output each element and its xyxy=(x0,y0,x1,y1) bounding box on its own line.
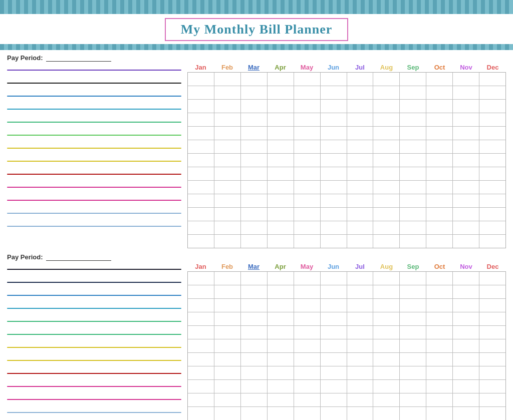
grid-cell[interactable] xyxy=(188,407,214,420)
grid-cell[interactable] xyxy=(479,167,505,180)
grid-cell[interactable] xyxy=(400,393,426,406)
grid-cell[interactable] xyxy=(188,366,214,379)
grid-cell[interactable] xyxy=(241,235,268,248)
grid-cell[interactable] xyxy=(400,326,426,339)
grid-cell[interactable] xyxy=(373,366,400,379)
grid-cell[interactable] xyxy=(214,140,241,153)
grid-cell[interactable] xyxy=(321,326,347,339)
grid-cell[interactable] xyxy=(400,113,426,126)
grid-cell[interactable] xyxy=(241,285,268,298)
grid-cell[interactable] xyxy=(347,299,374,312)
grid-cell[interactable] xyxy=(268,100,294,113)
grid-cell[interactable] xyxy=(321,167,347,180)
grid-cell[interactable] xyxy=(373,407,400,420)
grid-cell[interactable] xyxy=(268,353,294,366)
grid-cell[interactable] xyxy=(347,167,374,180)
grid-cell[interactable] xyxy=(188,113,214,126)
grid-cell[interactable] xyxy=(214,181,241,194)
grid-cell[interactable] xyxy=(214,154,241,167)
grid-cell[interactable] xyxy=(188,272,214,285)
grid-cell[interactable] xyxy=(373,194,400,207)
grid-cell[interactable] xyxy=(321,208,347,221)
grid-cell[interactable] xyxy=(294,353,321,366)
grid-cell[interactable] xyxy=(241,194,268,207)
grid-cell[interactable] xyxy=(426,127,453,140)
grid-cell[interactable] xyxy=(373,326,400,339)
grid-cell[interactable] xyxy=(453,167,479,180)
grid-cell[interactable] xyxy=(400,339,426,352)
grid-cell[interactable] xyxy=(321,339,347,352)
grid-cell[interactable] xyxy=(426,312,453,325)
grid-cell[interactable] xyxy=(373,208,400,221)
grid-cell[interactable] xyxy=(400,167,426,180)
grid-cell[interactable] xyxy=(321,154,347,167)
grid-cell[interactable] xyxy=(214,100,241,113)
grid-cell[interactable] xyxy=(426,167,453,180)
grid-cell[interactable] xyxy=(347,393,374,406)
grid-cell[interactable] xyxy=(347,113,374,126)
grid-cell[interactable] xyxy=(479,272,505,285)
grid-cell[interactable] xyxy=(347,235,374,248)
grid-cell[interactable] xyxy=(347,326,374,339)
grid-cell[interactable] xyxy=(479,113,505,126)
grid-cell[interactable] xyxy=(321,353,347,366)
grid-cell[interactable] xyxy=(453,353,479,366)
grid-cell[interactable] xyxy=(294,127,321,140)
grid-cell[interactable] xyxy=(347,366,374,379)
grid-cell[interactable] xyxy=(373,127,400,140)
grid-cell[interactable] xyxy=(294,167,321,180)
grid-cell[interactable] xyxy=(214,73,241,86)
grid-cell[interactable] xyxy=(241,167,268,180)
grid-cell[interactable] xyxy=(241,272,268,285)
grid-cell[interactable] xyxy=(479,140,505,153)
grid-cell[interactable] xyxy=(294,366,321,379)
grid-cell[interactable] xyxy=(321,312,347,325)
grid-cell[interactable] xyxy=(426,140,453,153)
grid-cell[interactable] xyxy=(321,285,347,298)
grid-cell[interactable] xyxy=(347,339,374,352)
grid-cell[interactable] xyxy=(479,339,505,352)
grid-cell[interactable] xyxy=(400,86,426,99)
grid-cell[interactable] xyxy=(268,181,294,194)
grid-cell[interactable] xyxy=(294,380,321,393)
grid-cell[interactable] xyxy=(294,285,321,298)
grid-cell[interactable] xyxy=(188,221,214,234)
grid-cell[interactable] xyxy=(479,407,505,420)
grid-cell[interactable] xyxy=(321,221,347,234)
grid-cell[interactable] xyxy=(294,235,321,248)
grid-cell[interactable] xyxy=(214,113,241,126)
grid-cell[interactable] xyxy=(268,113,294,126)
grid-cell[interactable] xyxy=(241,86,268,99)
grid-cell[interactable] xyxy=(214,339,241,352)
grid-cell[interactable] xyxy=(347,312,374,325)
grid-cell[interactable] xyxy=(321,140,347,153)
grid-cell[interactable] xyxy=(479,154,505,167)
grid-cell[interactable] xyxy=(426,181,453,194)
grid-cell[interactable] xyxy=(241,181,268,194)
grid-cell[interactable] xyxy=(426,393,453,406)
grid-cell[interactable] xyxy=(347,181,374,194)
grid-cell[interactable] xyxy=(373,167,400,180)
grid-cell[interactable] xyxy=(214,393,241,406)
grid-cell[interactable] xyxy=(347,407,374,420)
grid-cell[interactable] xyxy=(400,127,426,140)
grid-cell[interactable] xyxy=(294,393,321,406)
grid-cell[interactable] xyxy=(294,140,321,153)
grid-cell[interactable] xyxy=(347,100,374,113)
grid-cell[interactable] xyxy=(268,194,294,207)
grid-cell[interactable] xyxy=(453,312,479,325)
grid-cell[interactable] xyxy=(400,407,426,420)
grid-cell[interactable] xyxy=(241,299,268,312)
grid-cell[interactable] xyxy=(268,299,294,312)
grid-cell[interactable] xyxy=(294,407,321,420)
grid-cell[interactable] xyxy=(400,208,426,221)
grid-cell[interactable] xyxy=(373,235,400,248)
grid-cell[interactable] xyxy=(400,272,426,285)
grid-cell[interactable] xyxy=(347,154,374,167)
grid-cell[interactable] xyxy=(214,366,241,379)
grid-cell[interactable] xyxy=(347,285,374,298)
grid-cell[interactable] xyxy=(453,73,479,86)
grid-cell[interactable] xyxy=(453,127,479,140)
grid-cell[interactable] xyxy=(294,194,321,207)
grid-cell[interactable] xyxy=(321,272,347,285)
